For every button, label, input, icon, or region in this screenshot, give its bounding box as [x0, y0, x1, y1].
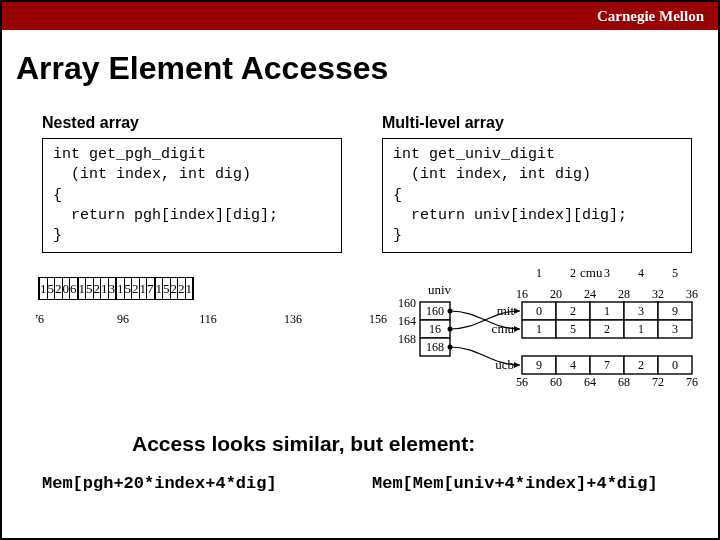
- nested-cell: 1: [185, 278, 193, 300]
- svg-text:164: 164: [398, 314, 416, 328]
- svg-text:28: 28: [618, 287, 630, 301]
- nested-cell: 5: [86, 278, 94, 300]
- nested-cell: 1: [139, 278, 147, 300]
- svg-text:16: 16: [516, 287, 528, 301]
- svg-text:16: 16: [429, 322, 441, 336]
- brand-text: Carnegie Mellon: [597, 8, 704, 24]
- conclusion-text: Access looks similar, but element:: [132, 432, 475, 456]
- svg-text:1: 1: [638, 322, 644, 336]
- svg-text:0: 0: [672, 358, 678, 372]
- svg-text:3: 3: [638, 304, 644, 318]
- multi-level-diagram: univ 16016016164168168 mit02139162024283…: [392, 262, 712, 402]
- nested-cell: 5: [47, 278, 55, 300]
- svg-text:2: 2: [570, 266, 576, 280]
- nested-cell: 1: [155, 278, 163, 300]
- nested-cell: 0: [62, 278, 70, 300]
- svg-point-65: [448, 327, 453, 332]
- svg-point-66: [448, 345, 453, 350]
- svg-text:7: 7: [604, 358, 610, 372]
- svg-text:5: 5: [672, 266, 678, 280]
- svg-text:9: 9: [536, 358, 542, 372]
- nested-cell: 2: [55, 278, 63, 300]
- svg-text:1: 1: [536, 266, 542, 280]
- nested-cell: 3: [108, 278, 116, 300]
- svg-text:2: 2: [638, 358, 644, 372]
- svg-text:136: 136: [284, 312, 302, 326]
- svg-text:32: 32: [652, 287, 664, 301]
- svg-text:1: 1: [604, 304, 610, 318]
- brand-bar: Carnegie Mellon: [2, 2, 718, 30]
- svg-text:4: 4: [638, 266, 644, 280]
- svg-text:0: 0: [536, 304, 542, 318]
- svg-text:mit: mit: [497, 303, 515, 318]
- svg-text:156: 156: [369, 312, 387, 326]
- mem-expr-left: Mem[pgh+20*index+4*dig]: [42, 474, 277, 493]
- nested-cell: 6: [70, 278, 78, 300]
- right-heading: Multi-level array: [382, 114, 504, 132]
- svg-text:3: 3: [604, 266, 610, 280]
- svg-text:160: 160: [426, 304, 444, 318]
- svg-text:36: 36: [686, 287, 698, 301]
- svg-text:56: 56: [516, 375, 528, 389]
- nested-cell: 5: [163, 278, 171, 300]
- svg-text:160: 160: [398, 296, 416, 310]
- left-code: int get_pgh_digit (int index, int dig) {…: [42, 138, 342, 253]
- svg-text:1: 1: [536, 322, 542, 336]
- cmu-header: cmu: [580, 265, 603, 280]
- nested-cell: 1: [101, 278, 109, 300]
- svg-text:4: 4: [570, 358, 576, 372]
- nested-cell: 1: [78, 278, 86, 300]
- svg-text:60: 60: [550, 375, 562, 389]
- univ-label: univ: [428, 282, 452, 297]
- svg-text:116: 116: [199, 312, 217, 326]
- svg-text:64: 64: [584, 375, 596, 389]
- nested-cell: 1: [116, 278, 124, 300]
- svg-text:24: 24: [584, 287, 596, 301]
- svg-text:2: 2: [570, 304, 576, 318]
- svg-text:2: 2: [604, 322, 610, 336]
- svg-point-64: [448, 309, 453, 314]
- nested-cell: 2: [93, 278, 101, 300]
- nested-cell: 2: [170, 278, 178, 300]
- slide-title: Array Element Accesses: [16, 50, 388, 87]
- nested-cell: 2: [132, 278, 140, 300]
- nested-cell: 1: [39, 278, 47, 300]
- svg-text:168: 168: [398, 332, 416, 346]
- svg-text:9: 9: [672, 304, 678, 318]
- svg-text:72: 72: [652, 375, 664, 389]
- svg-text:76: 76: [36, 312, 44, 326]
- svg-text:76: 76: [686, 375, 698, 389]
- svg-text:20: 20: [550, 287, 562, 301]
- svg-text:5: 5: [570, 322, 576, 336]
- svg-text:168: 168: [426, 340, 444, 354]
- left-heading: Nested array: [42, 114, 139, 132]
- nested-cell: 2: [178, 278, 186, 300]
- nested-cell: 7: [147, 278, 155, 300]
- right-code: int get_univ_digit (int index, int dig) …: [382, 138, 692, 253]
- svg-text:96: 96: [117, 312, 129, 326]
- nested-cell: 5: [124, 278, 132, 300]
- svg-text:68: 68: [618, 375, 630, 389]
- mem-expr-right: Mem[Mem[univ+4*index]+4*dig]: [372, 474, 658, 493]
- svg-text:3: 3: [672, 322, 678, 336]
